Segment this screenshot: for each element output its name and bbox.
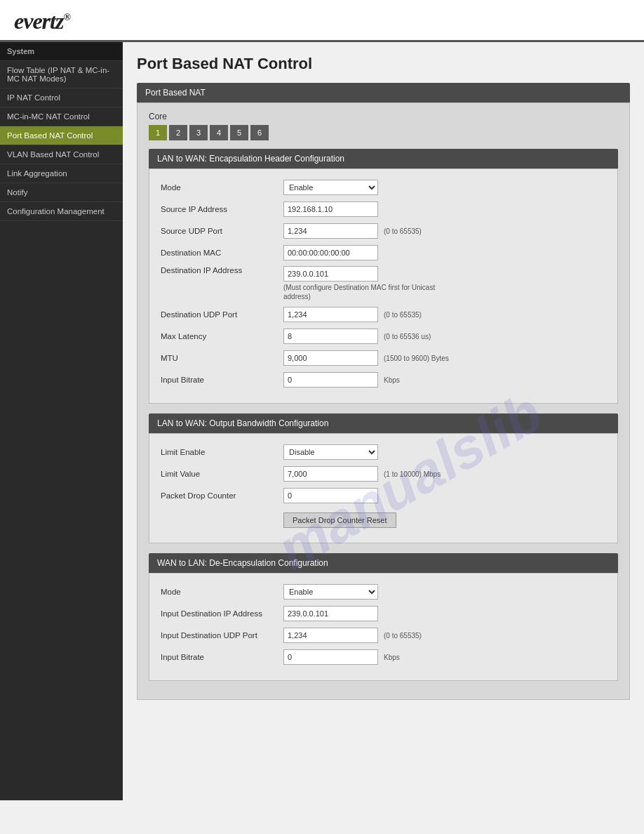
input-bitrate-hint: Kbps [384,376,400,384]
mode-label: Mode [161,183,283,192]
destination-ip-label: Destination IP Address [161,266,283,274]
core-tab-2[interactable]: 2 [169,125,187,140]
core-tab-6[interactable]: 6 [250,125,269,140]
max-latency-row: Max Latency (0 to 65536 us) [161,328,606,345]
mtu-input[interactable] [283,350,378,366]
destination-udp-port-input[interactable] [283,307,378,322]
mode-select[interactable]: Enable Disable [283,180,378,195]
destination-udp-port-row: Destination UDP Port (0 to 65535) [161,306,606,323]
mtu-hint: (1500 to 9600) Bytes [384,355,449,362]
de-enc-input-bitrate-row: Input Bitrate Kbps [161,649,606,666]
sidebar-item-port-based-nat-control[interactable]: Port Based NAT Control [0,126,123,145]
mtu-row: MTU (1500 to 9600) Bytes [161,350,606,366]
input-bitrate-input[interactable] [283,372,378,388]
sidebar-item-configuration-management[interactable]: Configuration Management [0,202,123,221]
de-encapsulation-section-header: WAN to LAN: De-Encapsulation Configurati… [149,553,618,573]
input-dest-udp-port-label: Input Destination UDP Port [161,631,283,640]
de-enc-mode-label: Mode [161,588,283,596]
limit-enable-row: Limit Enable Disable Enable [161,444,606,461]
sidebar-item-mc-in-mc-nat-control[interactable]: MC-in-MC NAT Control [0,107,123,126]
de-enc-input-bitrate-label: Input Bitrate [161,653,283,661]
source-ip-label: Source IP Address [161,205,283,213]
source-udp-port-label: Source UDP Port [161,227,283,235]
max-latency-input[interactable] [283,329,378,344]
sidebar-item-ip-nat-control[interactable]: IP NAT Control [0,88,123,107]
reset-button-row: Packet Drop Counter Reset [161,509,606,528]
source-udp-port-hint: (0 to 65535) [384,227,422,235]
destination-ip-row: Destination IP Address (Must configure D… [161,266,606,301]
content-area: manualslib Port Based NAT Control Port B… [123,42,644,800]
core-tab-1[interactable]: 1 [149,125,167,140]
packet-drop-counter-input[interactable] [283,488,378,503]
limit-value-input[interactable] [283,466,378,482]
mode-row: Mode Enable Disable [161,179,606,196]
limit-enable-label: Limit Enable [161,448,283,456]
input-dest-ip-input[interactable] [283,606,378,621]
de-encapsulation-section-content: Mode Enable Disable Input Destination IP… [149,573,618,681]
packet-drop-counter-label: Packet Drop Counter [161,491,283,500]
logo: evertz® [14,8,630,34]
input-dest-udp-port-row: Input Destination UDP Port (0 to 65535) [161,627,606,644]
input-dest-udp-port-hint: (0 to 65535) [384,632,422,640]
sidebar: System Flow Table (IP NAT & MC-in-MC NAT… [0,42,123,800]
destination-mac-label: Destination MAC [161,249,283,257]
core-tab-4[interactable]: 4 [210,125,228,140]
packet-drop-counter-row: Packet Drop Counter [161,487,606,504]
sidebar-item-flow-table[interactable]: Flow Table (IP NAT & MC-in-MC NAT Modes) [0,61,123,88]
input-bitrate-label: Input Bitrate [161,376,283,384]
source-udp-port-row: Source UDP Port (0 to 65535) [161,223,606,239]
de-enc-mode-select[interactable]: Enable Disable [283,584,378,600]
input-dest-ip-label: Input Destination IP Address [161,609,283,618]
logo-reg: ® [63,12,69,22]
mtu-label: MTU [161,354,283,362]
destination-mac-input[interactable] [283,245,378,260]
packet-drop-counter-reset-button[interactable]: Packet Drop Counter Reset [283,512,396,528]
logo-text: evertz [14,8,63,34]
destination-udp-port-label: Destination UDP Port [161,310,283,319]
de-enc-mode-row: Mode Enable Disable [161,583,606,600]
page-title: Port Based NAT Control [137,55,630,73]
core-tab-5[interactable]: 5 [230,125,248,140]
input-dest-ip-row: Input Destination IP Address [161,605,606,622]
output-bandwidth-section-content: Limit Enable Disable Enable Limit Value … [149,433,618,543]
destination-udp-port-hint: (0 to 65535) [384,311,422,319]
sidebar-item-notify[interactable]: Notify [0,183,123,202]
sidebar-item-link-aggregation[interactable]: Link Aggregation [0,164,123,183]
de-enc-input-bitrate-input[interactable] [283,649,378,665]
limit-enable-select[interactable]: Disable Enable [283,444,378,460]
destination-ip-hint: (Must configure Destination MAC first fo… [283,283,445,301]
source-ip-input[interactable] [283,201,378,217]
header: evertz® [0,0,644,42]
limit-value-label: Limit Value [161,470,283,478]
encapsulation-section-header: LAN to WAN: Encapsulation Header Configu… [149,149,618,168]
destination-mac-row: Destination MAC [161,244,606,261]
source-udp-port-input[interactable] [283,223,378,239]
encapsulation-section-content: Mode Enable Disable Source IP Address So… [149,168,618,404]
output-bandwidth-section-header: LAN to WAN: Output Bandwidth Configurati… [149,413,618,433]
destination-ip-input[interactable] [283,266,378,282]
sidebar-item-vlan-based-nat-control[interactable]: VLAN Based NAT Control [0,145,123,164]
input-bitrate-row: Input Bitrate Kbps [161,371,606,388]
max-latency-label: Max Latency [161,332,283,340]
limit-value-row: Limit Value (1 to 10000) Mbps [161,465,606,482]
sidebar-item-system[interactable]: System [0,42,123,61]
core-label: Core [149,112,618,121]
main-layout: System Flow Table (IP NAT & MC-in-MC NAT… [0,42,644,800]
limit-value-hint: (1 to 10000) Mbps [384,470,441,478]
port-based-nat-section-header: Port Based NAT [137,83,630,102]
max-latency-hint: (0 to 65536 us) [384,333,431,340]
source-ip-row: Source IP Address [161,201,606,218]
core-tab-3[interactable]: 3 [189,125,208,140]
core-tabs: 1 2 3 4 5 6 [149,125,618,140]
de-enc-input-bitrate-hint: Kbps [384,654,400,661]
input-dest-udp-port-input[interactable] [283,628,378,643]
